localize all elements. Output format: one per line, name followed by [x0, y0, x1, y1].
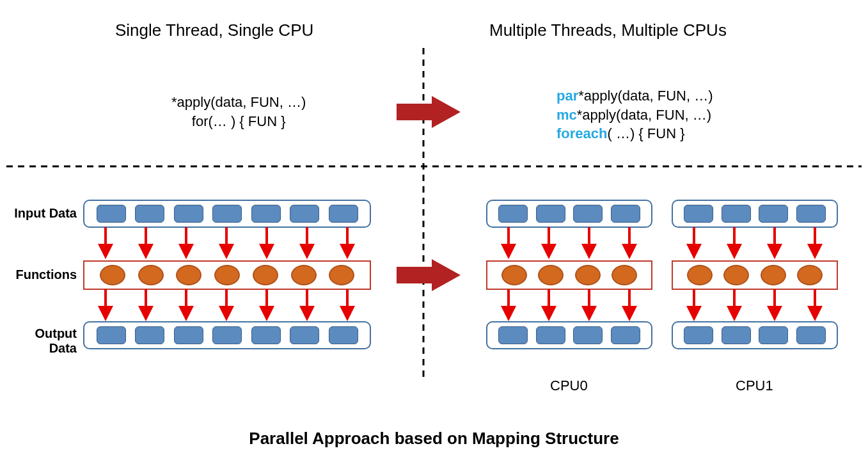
code-line: par*apply(data, FUN, …) [556, 86, 713, 106]
functions-container-cpu0 [486, 260, 652, 290]
data-cell [573, 326, 603, 344]
data-cell [796, 326, 826, 344]
code-single: *apply(data, FUN, …) for(… ) { FUN } [171, 93, 306, 131]
arrow-icon [397, 96, 461, 128]
input-data-container-cpu0 [486, 200, 652, 228]
data-cell [97, 326, 126, 344]
code-line: mc*apply(data, FUN, …) [556, 106, 713, 125]
diagram-title: Parallel Approach based on Mapping Struc… [0, 429, 868, 449]
data-cell [251, 205, 281, 223]
data-cell [97, 205, 126, 223]
flow-arrows-cpu1-top [672, 227, 838, 262]
data-cell [329, 205, 358, 223]
data-cell [135, 326, 164, 344]
data-cell [212, 326, 242, 344]
keyword-foreach: foreach [556, 125, 607, 141]
function-node [100, 265, 125, 285]
function-node [253, 265, 278, 285]
data-cell [759, 205, 788, 223]
flow-arrows-cpu1-bottom [672, 289, 838, 324]
output-data-container-left [83, 321, 371, 349]
heading-multiple: Multiple Threads, Multiple CPUs [489, 20, 727, 40]
input-data-container-cpu1 [672, 200, 838, 228]
code-rest: *apply(data, FUN, …) [578, 88, 713, 104]
data-cell [174, 205, 203, 223]
label-functions: Functions [6, 267, 77, 282]
data-cell [536, 326, 565, 344]
code-rest: ( …) { FUN } [607, 125, 684, 141]
divider-horizontal [6, 165, 862, 168]
data-cell [611, 326, 640, 344]
data-cell [329, 326, 358, 344]
data-cell [722, 205, 751, 223]
flow-arrows-left-bottom [83, 289, 371, 324]
code-line: for(… ) { FUN } [171, 112, 306, 131]
data-cell [759, 326, 788, 344]
heading-single: Single Thread, Single CPU [115, 20, 313, 40]
data-cell [498, 326, 528, 344]
function-node [612, 265, 637, 285]
function-node [291, 265, 317, 285]
flow-arrows-left-top [83, 227, 371, 262]
data-cell [573, 205, 603, 223]
output-data-container-cpu0 [486, 321, 652, 349]
code-line: *apply(data, FUN, …) [171, 93, 306, 112]
code-parallel: par*apply(data, FUN, …) mc*apply(data, F… [556, 86, 713, 143]
keyword-mc: mc [556, 107, 577, 123]
function-node [501, 265, 527, 285]
function-node [176, 265, 201, 285]
input-data-container-left [83, 200, 371, 228]
label-cpu1: CPU1 [736, 378, 773, 394]
function-node [138, 265, 164, 285]
code-rest: *apply(data, FUN, …) [577, 107, 711, 123]
big-arrow-top [397, 96, 461, 128]
data-cell [684, 326, 713, 344]
data-cell [290, 205, 319, 223]
function-node [575, 265, 601, 285]
function-node [687, 265, 713, 285]
function-node [723, 265, 749, 285]
svg-marker-2 [397, 96, 461, 128]
function-node [797, 265, 823, 285]
data-cell [251, 326, 281, 344]
function-node [761, 265, 786, 285]
data-cell [174, 326, 203, 344]
data-cell [796, 205, 826, 223]
arrow-icon [397, 259, 461, 291]
label-input: Input Data [6, 206, 77, 221]
svg-marker-3 [397, 259, 461, 291]
code-line: foreach( …) { FUN } [556, 124, 713, 143]
function-node [329, 265, 354, 285]
functions-container-cpu1 [672, 260, 838, 290]
label-output: Output Data [6, 326, 77, 356]
data-cell [611, 205, 640, 223]
data-cell [722, 326, 751, 344]
label-cpu0: CPU0 [550, 378, 588, 394]
flow-arrows-cpu0-top [486, 227, 652, 262]
data-cell [536, 205, 565, 223]
function-node [538, 265, 564, 285]
function-node [214, 265, 240, 285]
output-data-container-cpu1 [672, 321, 838, 349]
functions-container-left [83, 260, 371, 290]
keyword-par: par [556, 88, 578, 104]
data-cell [684, 205, 713, 223]
data-cell [135, 205, 164, 223]
data-cell [290, 326, 319, 344]
flow-arrows-cpu0-bottom [486, 289, 652, 324]
data-cell [212, 205, 242, 223]
data-cell [498, 205, 528, 223]
big-arrow-bottom [397, 259, 461, 291]
